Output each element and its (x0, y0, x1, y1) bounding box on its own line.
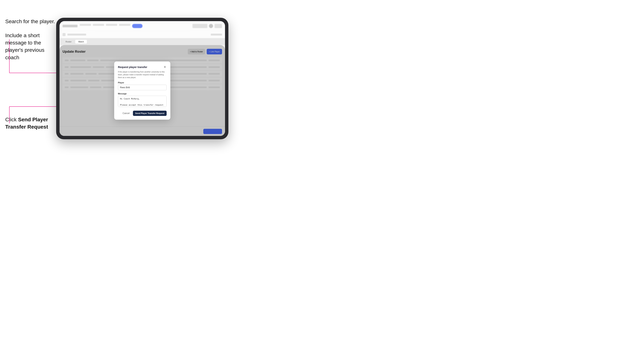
header-right (192, 24, 222, 28)
tab-roster: Roster (62, 40, 74, 43)
breadcrumb-icon (62, 33, 66, 36)
nav-item-active (132, 24, 142, 28)
annotation-click-prefix: Click (5, 117, 18, 122)
header-secondary-btn (214, 24, 222, 28)
sub-header (60, 31, 225, 38)
player-input[interactable] (118, 85, 166, 90)
nav-item-3 (106, 24, 117, 26)
breadcrumb-text (68, 34, 86, 35)
tablet-device: Roster Match Update Roster + Add to Rost… (56, 18, 228, 139)
modal-header: Request player transfer ✕ (118, 65, 166, 69)
nav-item-4 (119, 24, 130, 26)
modal-title: Request player transfer (118, 66, 147, 69)
tab-match: Match (75, 40, 87, 43)
nav-item-1 (80, 24, 91, 26)
app-header (60, 21, 225, 31)
annotation-search: Search for the player. (5, 18, 55, 25)
app-logo (62, 25, 78, 27)
header-action-btn (192, 24, 208, 28)
modal-footer: Cancel Send Player Transfer Request (118, 111, 166, 116)
player-field-label: Player (118, 81, 166, 84)
header-nav (80, 24, 190, 28)
user-avatar (209, 24, 213, 28)
tabs-bar: Roster Match (60, 38, 225, 45)
modal-close-button[interactable]: ✕ (163, 65, 166, 69)
modal-dialog: Request player transfer ✕ If the player … (114, 61, 170, 120)
sub-header-right-link (211, 34, 222, 35)
modal-overlay: Request player transfer ✕ If the player … (60, 45, 225, 136)
main-content: Update Roster + Add to Roster + Link Pla… (60, 45, 225, 136)
message-field-label: Message (118, 93, 166, 95)
annotation-click: Click Send Player Transfer Request (5, 116, 54, 131)
modal-description: If the player is transferring from anoth… (118, 70, 166, 79)
message-textarea[interactable]: Hi Coach McHarg, Please accept this tran… (118, 96, 166, 107)
annotation-message: Include a short message to the player's … (5, 32, 54, 61)
cancel-button[interactable]: Cancel (121, 111, 132, 116)
send-transfer-request-button[interactable]: Send Player Transfer Request (133, 111, 166, 116)
nav-item-2 (93, 24, 104, 26)
tablet-screen: Roster Match Update Roster + Add to Rost… (60, 21, 225, 136)
